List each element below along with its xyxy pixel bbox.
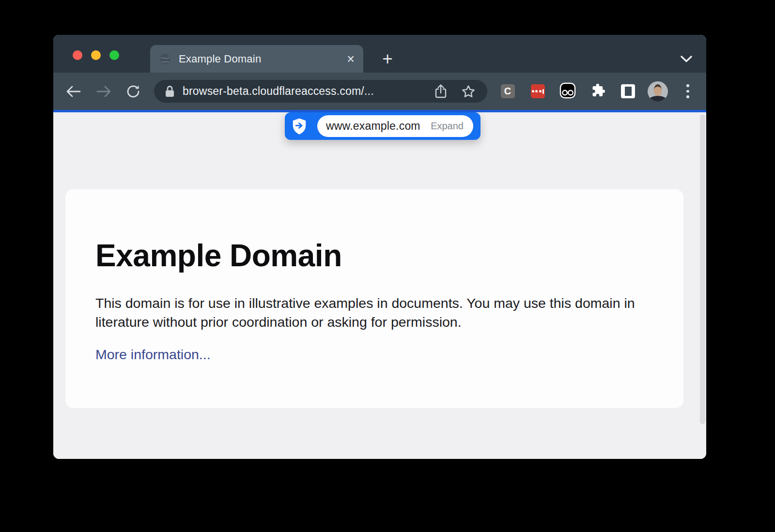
- extensions-puzzle-icon[interactable]: [590, 83, 605, 100]
- tab-example-domain[interactable]: Example Domain ×: [150, 45, 363, 73]
- window-controls: [73, 50, 119, 60]
- extension-c-icon[interactable]: C: [501, 84, 515, 98]
- menu-kebab-icon[interactable]: [686, 84, 689, 98]
- browser-window: Example Domain × +: [53, 35, 706, 459]
- chevron-down-icon[interactable]: [680, 55, 693, 63]
- lastpass-extension-icon[interactable]: [531, 84, 545, 98]
- tab-strip: Example Domain × +: [53, 35, 706, 73]
- scrollbar-thumb[interactable]: [700, 114, 705, 424]
- page-heading: Example Domain: [95, 238, 342, 274]
- toolbar: browser-beta.cloudflareaccess.com/... C: [53, 73, 706, 110]
- share-icon[interactable]: [434, 84, 448, 99]
- goggles-extension-icon[interactable]: [559, 82, 576, 101]
- more-information-link[interactable]: More information...: [95, 347, 211, 363]
- page-paragraph: This domain is for use in illustrative e…: [95, 294, 660, 332]
- domain-chip[interactable]: www.example.com Expand: [317, 115, 473, 137]
- lock-icon[interactable]: [165, 85, 175, 98]
- desktop-background: Example Domain × +: [0, 0, 775, 532]
- forward-button[interactable]: [95, 85, 112, 98]
- expand-button[interactable]: Expand: [431, 121, 464, 132]
- close-tab-icon[interactable]: ×: [347, 52, 355, 65]
- extensions-row: C: [493, 73, 703, 110]
- minimize-window-button[interactable]: [91, 50, 101, 60]
- bookmark-star-icon[interactable]: [461, 84, 476, 99]
- isolation-domain-pill: www.example.com Expand: [285, 112, 480, 140]
- page-card: Example Domain This domain is for use in…: [65, 189, 683, 408]
- page-content: www.example.com Expand Example Domain Th…: [53, 112, 706, 459]
- url-text: browser-beta.cloudflareaccess.com/...: [183, 85, 425, 98]
- fullscreen-window-button[interactable]: [109, 50, 119, 60]
- reload-icon[interactable]: [125, 84, 141, 99]
- profile-avatar[interactable]: [648, 81, 668, 102]
- new-tab-button[interactable]: +: [374, 45, 401, 73]
- tab-title: Example Domain: [179, 53, 261, 65]
- side-panel-icon[interactable]: [621, 84, 635, 98]
- address-bar[interactable]: browser-beta.cloudflareaccess.com/...: [154, 80, 487, 103]
- isolated-domain-text: www.example.com: [326, 120, 420, 133]
- globe-favicon-icon: [159, 53, 171, 65]
- shield-arrow-icon: [292, 118, 307, 135]
- back-button[interactable]: [65, 85, 82, 98]
- close-window-button[interactable]: [73, 50, 82, 60]
